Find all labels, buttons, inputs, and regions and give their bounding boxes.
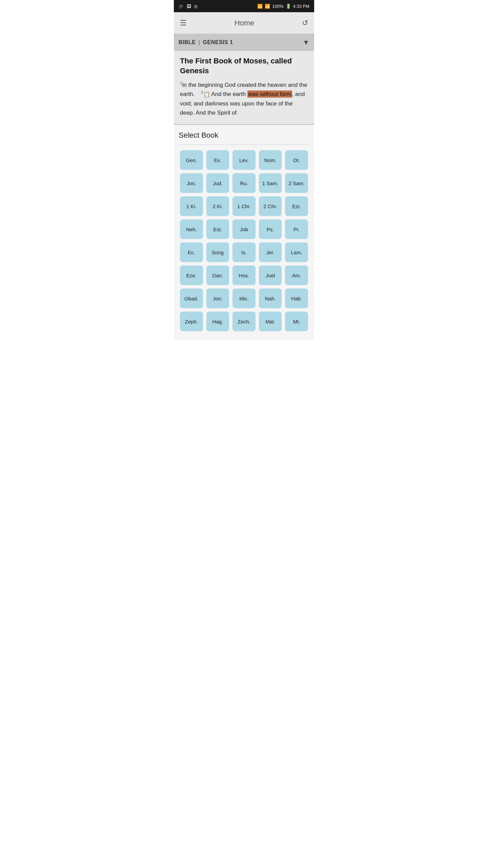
book-button-ex[interactable]: Ex. [206, 150, 229, 170]
book-button-eze[interactable]: Eze. [180, 265, 203, 285]
passage-text: 1In the beginning God created the heaven… [180, 80, 308, 117]
battery-icon: 🔋 [286, 4, 291, 9]
book-button-2ki[interactable]: 2 Ki. [206, 196, 229, 216]
status-right: 📶 📶 100% 🔋 4:33 PM [257, 4, 309, 9]
book-button-ru[interactable]: Ru. [232, 173, 256, 193]
verse2-prefix: And the earth [211, 91, 247, 97]
select-book-section: Select Book Gen.Ex.Lev.Num.Dt.Jos.Jud.Ru… [174, 125, 314, 340]
breadcrumb-bar[interactable]: BIBLE | GENESIS 1 ▼ [174, 34, 314, 51]
book-button-2sam[interactable]: 2 Sam. [285, 173, 308, 193]
signal-icon: 📶 [265, 4, 270, 9]
book-button-jud[interactable]: Jud. [206, 173, 229, 193]
book-button-ezr[interactable]: Ezr. [285, 196, 308, 216]
chevron-down-icon[interactable]: ▼ [303, 39, 309, 46]
nav-title: Home [235, 19, 255, 27]
book-button-hab[interactable]: Hab. [285, 289, 308, 308]
book-button-joel[interactable]: Joel [259, 265, 282, 285]
book-grid: Gen.Ex.Lev.Num.Dt.Jos.Jud.Ru.1 Sam.2 Sam… [179, 150, 309, 337]
book-button-am[interactable]: Am. [285, 265, 308, 285]
wifi-icon: 📶 [257, 4, 263, 9]
book-button-dan[interactable]: Dan. [206, 265, 229, 285]
book-button-song[interactable]: Song [206, 242, 229, 262]
book-button-mt[interactable]: Mt. [285, 312, 308, 331]
book-button-2chr[interactable]: 2 Chr. [259, 196, 282, 216]
target-icon: ◎ [194, 4, 198, 9]
book-button-jon[interactable]: Jon. [206, 289, 229, 308]
passage-area: The First Book of Moses, called Genesis … [174, 51, 314, 125]
image-icon: 🖼 [187, 4, 191, 9]
menu-icon[interactable]: ☰ [180, 19, 187, 27]
book-button-zeph[interactable]: Zeph. [180, 312, 203, 331]
select-book-title: Select Book [179, 131, 309, 140]
book-button-mal[interactable]: Mal. [259, 312, 282, 331]
book-button-hag[interactable]: Hag. [206, 312, 229, 331]
book-button-1ki[interactable]: 1 Ki. [180, 196, 203, 216]
book-button-lev[interactable]: Lev. [232, 150, 256, 170]
book-button-ps[interactable]: Ps. [259, 219, 282, 239]
book-button-obad[interactable]: Obad. [180, 289, 203, 308]
graduation-cap-icon: 🎓 [179, 4, 184, 9]
book-button-jos[interactable]: Jos. [180, 173, 203, 193]
section-divider [179, 144, 309, 145]
breadcrumb: BIBLE | GENESIS 1 [179, 39, 233, 45]
note-icon: 📋 [203, 92, 210, 97]
book-button-zech[interactable]: Zech. [232, 312, 256, 331]
book-button-mic[interactable]: Mic. [232, 289, 256, 308]
book-button-gen[interactable]: Gen. [180, 150, 203, 170]
book-button-job[interactable]: Job [232, 219, 256, 239]
book-button-nah[interactable]: Nah. [259, 289, 282, 308]
book-button-is[interactable]: Is. [232, 242, 256, 262]
book-button-jer[interactable]: Jer. [259, 242, 282, 262]
book-button-dt[interactable]: Dt. [285, 150, 308, 170]
battery-text: 100% [272, 4, 283, 9]
book-button-neh[interactable]: Neh. [180, 219, 203, 239]
status-left-icons: 🎓 🖼 ◎ [179, 4, 198, 9]
book-button-num[interactable]: Num. [259, 150, 282, 170]
status-bar: 🎓 🖼 ◎ 📶 📶 100% 🔋 4:33 PM [174, 0, 314, 12]
refresh-icon[interactable]: ↺ [302, 19, 308, 27]
book-button-ec[interactable]: Ec. [180, 242, 203, 262]
book-button-est[interactable]: Est. [206, 219, 229, 239]
book-button-pr[interactable]: Pr. [285, 219, 308, 239]
bible-label: BIBLE [179, 39, 196, 45]
book-button-1chr[interactable]: 1 Chr. [232, 196, 256, 216]
book-button-hos[interactable]: Hos. [232, 265, 256, 285]
book-button-lam[interactable]: Lam. [285, 242, 308, 262]
time-text: 4:33 PM [293, 4, 309, 9]
book-button-1sam[interactable]: 1 Sam. [259, 173, 282, 193]
breadcrumb-separator: | [199, 39, 200, 45]
passage-title: The First Book of Moses, called Genesis [180, 56, 308, 76]
chapter-label: GENESIS 1 [203, 39, 233, 45]
verse2-highlight: was without form [247, 91, 292, 98]
nav-bar: ☰ Home ↺ [174, 12, 314, 34]
